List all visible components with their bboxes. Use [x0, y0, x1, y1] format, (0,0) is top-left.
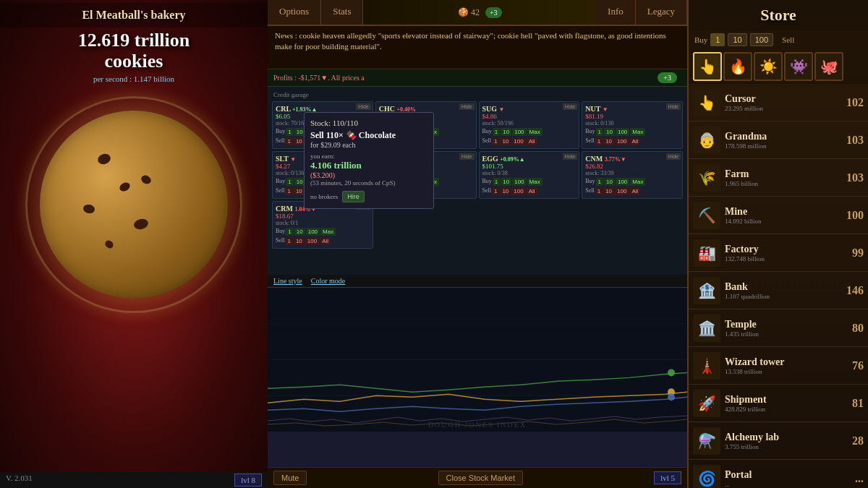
buy-100-crm[interactable]: 100 [306, 228, 320, 236]
store-item-count-5: 146 [838, 284, 864, 297]
line-style-link[interactable]: Line style [273, 277, 302, 285]
stock-hide-cnm[interactable]: Hide [666, 153, 681, 160]
alien-upgrade-icon[interactable]: 👾 [784, 52, 813, 81]
color-mode-link[interactable]: Color mode [311, 277, 346, 285]
sell-100-cnm[interactable]: 100 [615, 187, 629, 195]
store-item-farm[interactable]: 🌾 Farm 1.965 billion 103 [689, 159, 868, 197]
buy-max-cnm[interactable]: Max [630, 178, 645, 186]
buy-max-crm[interactable]: Max [320, 228, 336, 236]
sell-all-nut[interactable]: All [629, 137, 640, 145]
sell-10-nut[interactable]: 10 [603, 137, 614, 145]
fire-upgrade-icon[interactable]: 🔥 [723, 52, 752, 81]
buy-1-slt[interactable]: 1 [286, 178, 293, 186]
xp-badge-market: +3 [658, 72, 677, 83]
buy-100-cnm[interactable]: 100 [616, 178, 629, 186]
chip [118, 181, 131, 193]
store-item-price-4: 132.748 billion [725, 255, 838, 262]
buy-10-egg[interactable]: 10 [501, 178, 511, 186]
sell-1-nut[interactable]: 1 [595, 137, 603, 145]
sell-100-nut[interactable]: 100 [615, 137, 629, 145]
store-item-name-4: Factory [725, 244, 838, 255]
store-item-icon-10: 🌀 [693, 465, 720, 489]
stock-hide-egg[interactable]: Hide [563, 153, 577, 160]
news-text: News : cookie heaven allegedly "sports e… [275, 31, 666, 51]
buy-10-cnm[interactable]: 10 [604, 178, 615, 186]
store-item-alchemy-lab[interactable]: ⚗️ Alchemy lab 3.755 trillion 28 [689, 422, 868, 460]
close-market-button[interactable]: Close Stock Market [438, 471, 523, 485]
sun-upgrade-icon[interactable]: ☀️ [754, 52, 783, 81]
sell-10-egg[interactable]: 10 [500, 187, 511, 195]
store-item-name-8: Shipment [725, 394, 838, 406]
stock-hide-nut[interactable]: Hide [666, 103, 681, 110]
buy-10-nut[interactable]: 10 [604, 128, 615, 136]
sell-all-sug[interactable]: All [527, 137, 537, 145]
buy-max-nut[interactable]: Max [630, 128, 645, 136]
store-item-factory[interactable]: 🏭 Factory 132.748 billion 99 [689, 234, 868, 272]
store-item-wizard-tower[interactable]: 🗼 Wizard tower 13.538 trillion 76 [689, 347, 868, 385]
buy-max-egg[interactable]: Max [527, 178, 542, 186]
buy-1-crl[interactable]: 1 [286, 128, 293, 136]
buy-100-sug[interactable]: 100 [512, 128, 526, 136]
buy-1-nut[interactable]: 1 [596, 128, 603, 136]
stock-hide-crl[interactable]: Hide [356, 103, 370, 110]
sell-100-egg[interactable]: 100 [511, 187, 525, 195]
buy-1-sug[interactable]: 1 [493, 128, 500, 136]
sell-10-crm[interactable]: 10 [294, 237, 305, 245]
nav-info[interactable]: Info [596, 0, 636, 25]
buy-qty-10[interactable]: 10 [728, 33, 746, 46]
store-item-icon-9: ⚗️ [693, 427, 720, 455]
sell-all-egg[interactable]: All [527, 187, 537, 195]
nav-options[interactable]: Options [268, 0, 321, 25]
stock-hide-sug[interactable]: Hide [563, 103, 577, 110]
buy-100-egg[interactable]: 100 [512, 178, 526, 186]
store-item-grandma[interactable]: 👵 Grandma 178.598 million 103 [689, 121, 868, 159]
nav-legacy[interactable]: Legacy [636, 0, 687, 25]
chart-label: DOUGH JONES INDEX [428, 421, 527, 429]
store-item-cursor[interactable]: 👆 Cursor 23.295 million 102 [689, 84, 868, 121]
sell-100-crm[interactable]: 100 [305, 237, 319, 245]
buy-max-sug[interactable]: Max [527, 128, 542, 136]
store-item-bank[interactable]: 🏦 Bank 1.107 quadrillion 146 [689, 272, 868, 309]
sell-1-sug[interactable]: 1 [492, 137, 499, 145]
buy-10-crm[interactable]: 10 [294, 228, 305, 236]
tentacle-upgrade-icon[interactable]: 🐙 [814, 52, 843, 81]
sell-1-slt[interactable]: 1 [285, 187, 292, 195]
buy-label: Buy [694, 35, 707, 44]
buy-10-sug[interactable]: 10 [501, 128, 511, 136]
buy-1-egg[interactable]: 1 [493, 178, 500, 186]
sell-all-cnm[interactable]: All [629, 187, 640, 195]
sell-10-slt[interactable]: 10 [294, 187, 305, 195]
mute-button[interactable]: Mute [273, 471, 307, 485]
buy-100-nut[interactable]: 100 [616, 128, 629, 136]
sell-all-crm[interactable]: All [320, 237, 331, 245]
sell-100-sug[interactable]: 100 [511, 137, 525, 145]
sell-1-cnm[interactable]: 1 [595, 187, 603, 195]
sell-1-crm[interactable]: 1 [285, 237, 292, 245]
store-item-mine[interactable]: ⛏️ Mine 14.092 billion 100 [689, 197, 868, 234]
store-item-shipment[interactable]: 🚀 Shipment 428.829 trillion 81 [689, 385, 868, 422]
big-cookie[interactable] [40, 111, 228, 299]
cursor-upgrade-icon[interactable]: 👆 [693, 52, 722, 81]
sell-1-egg[interactable]: 1 [492, 187, 499, 195]
buy-qty-1[interactable]: 1 [710, 33, 725, 46]
store-item-temple[interactable]: 🏛️ Temple 1.435 trillion 80 [689, 309, 868, 347]
store-item-portal[interactable]: 🌀 Portal ... ... [689, 460, 868, 488]
buy-1-crm[interactable]: 1 [286, 228, 293, 236]
popup-price: for $29.09 each [310, 141, 427, 149]
store-item-price-9: 3.755 trillion [725, 443, 838, 450]
store-item-icon-6: 🏛️ [693, 314, 720, 342]
buy-1-cnm[interactable]: 1 [596, 178, 603, 186]
cookie-container[interactable] [0, 89, 268, 320]
store-item-name-6: Temple [725, 319, 838, 330]
nav-stats[interactable]: Stats [321, 0, 363, 25]
sell-10-cnm[interactable]: 10 [603, 187, 614, 195]
sell-10-crl[interactable]: 10 [294, 137, 305, 145]
stock-hide-chc[interactable]: Hide [459, 103, 474, 110]
stock-hide-vnl[interactable]: Hide [459, 153, 474, 160]
buy-qty-100[interactable]: 100 [750, 33, 773, 46]
hire-button[interactable]: Hire [342, 191, 365, 202]
sell-10-sug[interactable]: 10 [500, 137, 511, 145]
sell-1-crl[interactable]: 1 [285, 137, 292, 145]
bakery-name: El Meatball's bakery [0, 3, 268, 27]
store-item-icon-0: 👆 [693, 89, 720, 116]
